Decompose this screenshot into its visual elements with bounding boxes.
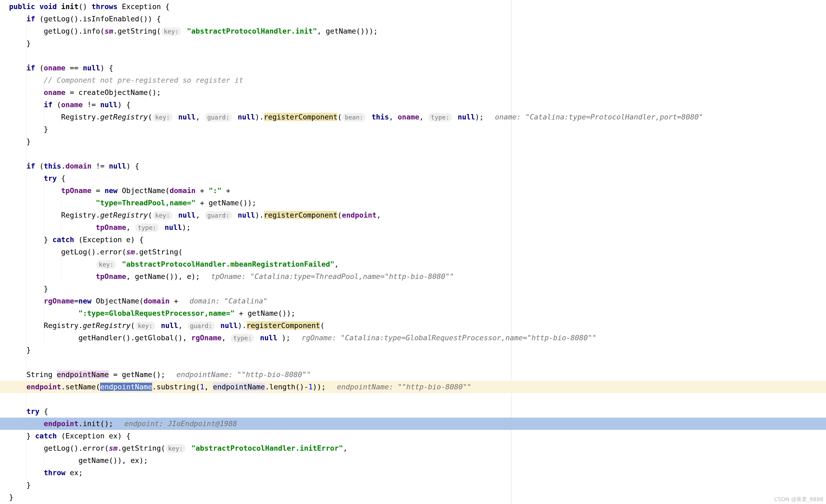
- code-token: }: [9, 285, 48, 293]
- code-token: (: [148, 211, 152, 219]
- code-token: (: [130, 321, 135, 330]
- code-line[interactable]: if (oname == null) {: [0, 62, 826, 74]
- code-token: ,: [334, 260, 339, 268]
- code-line[interactable]: public void init() throws Exception {: [0, 1, 826, 13]
- code-line[interactable]: tpOname, getName()), e);tpOname: "Catali…: [0, 270, 826, 283]
- code-line[interactable]: if (this.domain != null) {: [0, 160, 826, 172]
- caret-line[interactable]: endpoint.setName(endpointName.substring(…: [0, 381, 826, 393]
- keyword: null: [458, 113, 475, 121]
- field-token: endpoint: [26, 383, 61, 391]
- code-token: (getLog().isInfoEnabled()) {: [35, 15, 161, 23]
- keyword: null: [165, 223, 182, 232]
- code-line[interactable]: Registry.getRegistry(key: null, guard: n…: [0, 209, 826, 221]
- code-line[interactable]: rgOname=new ObjectName(domain +domain: "…: [0, 295, 826, 307]
- code-line[interactable]: }: [0, 283, 826, 295]
- code-line[interactable]: ":type=GlobalRequestProcessor,name=" + g…: [0, 307, 826, 319]
- param-hint: key:: [153, 211, 172, 220]
- code-line[interactable]: Registry.getRegistry(key: null, guard: n…: [0, 111, 826, 123]
- code-line[interactable]: getLog().error(sm.getString(: [0, 246, 826, 258]
- code-area[interactable]: public void init() throws Exception { if…: [0, 1, 826, 503]
- code-token: ,: [195, 113, 204, 121]
- code-line[interactable]: throw ex;: [0, 467, 826, 479]
- code-token: [367, 113, 371, 121]
- code-token: ,: [222, 334, 231, 342]
- static-method-token: getRegistry: [100, 113, 148, 121]
- code-token: =: [92, 186, 105, 195]
- code-token: + getName());: [195, 199, 256, 207]
- code-token: ));: [313, 383, 326, 391]
- code-line[interactable]: getName()), ex);: [0, 454, 826, 467]
- code-token: (: [320, 321, 324, 330]
- code-line[interactable]: key: "abstractProtocolHandler.mbeanRegis…: [0, 258, 826, 270]
- number-literal: 1: [308, 383, 313, 391]
- param-hint: key:: [161, 27, 181, 36]
- code-line[interactable]: [0, 50, 826, 62]
- code-line[interactable]: try {: [0, 405, 826, 418]
- code-line[interactable]: try {: [0, 172, 826, 185]
- code-token: getHandler().getGlobal(),: [9, 334, 191, 342]
- code-token: [453, 113, 458, 121]
- code-line[interactable]: getLog().error(sm.getString(key: "abstra…: [0, 442, 826, 454]
- code-token: );: [475, 113, 484, 121]
- code-token: [9, 88, 44, 97]
- code-token: ObjectName(: [92, 297, 143, 305]
- code-token: [9, 420, 44, 428]
- code-line[interactable]: }: [0, 344, 826, 356]
- code-line[interactable]: if (oname != null) {: [0, 99, 826, 111]
- static-field-token: sm: [126, 248, 135, 256]
- code-token: [9, 186, 61, 195]
- param-hint: key:: [135, 322, 155, 330]
- debugger-inline-value: endpointName: ""http-bio-8080"": [176, 370, 311, 379]
- code-line[interactable]: getHandler().getGlobal(), rgOname, type:…: [0, 332, 826, 344]
- static-method-token: getRegistry: [100, 211, 148, 219]
- keyword: new: [105, 186, 118, 195]
- code-line[interactable]: [0, 148, 826, 160]
- code-line[interactable]: }: [0, 135, 826, 148]
- keyword: null: [83, 64, 100, 72]
- code-line[interactable]: tpOname, type: null);: [0, 221, 826, 234]
- code-token: [233, 211, 238, 219]
- code-token: [9, 260, 96, 268]
- code-line[interactable]: "type=ThreadPool,name=" + getName());: [0, 197, 826, 209]
- code-token: (: [148, 113, 152, 121]
- code-token: .length()-: [265, 383, 308, 391]
- code-token: [174, 113, 178, 121]
- code-line[interactable]: if (getLog().isInfoEnabled()) {: [0, 13, 826, 25]
- param-hint: key:: [166, 444, 185, 453]
- code-token: Registry.: [9, 113, 100, 121]
- code-token: [182, 27, 187, 35]
- code-line[interactable]: }: [0, 123, 826, 135]
- keyword: try: [44, 174, 57, 182]
- code-line[interactable]: [0, 356, 826, 369]
- code-token: [57, 2, 61, 11]
- keyword: public: [9, 2, 35, 11]
- code-line[interactable]: }: [0, 491, 826, 503]
- code-editor[interactable]: public void init() throws Exception { if…: [0, 0, 826, 504]
- field-token: oname: [398, 113, 419, 121]
- code-line[interactable]: } catch (Exception e) {: [0, 234, 826, 246]
- code-token: Registry.: [9, 321, 83, 330]
- code-line[interactable]: // Component not pre-registered so regis…: [0, 74, 826, 86]
- comment: // Component not pre-registered so regis…: [44, 76, 243, 84]
- code-line[interactable]: [0, 393, 826, 405]
- code-line[interactable]: Registry.getRegistry(key: null, guard: n…: [0, 319, 826, 332]
- code-token: [9, 101, 44, 109]
- code-line[interactable]: tpOname = new ObjectName(domain + ":" +: [0, 185, 826, 197]
- keyword: if: [26, 15, 35, 23]
- code-token: (: [338, 113, 342, 121]
- code-token: }: [9, 39, 31, 48]
- execution-line[interactable]: endpoint.init();endpoint: JIoEndpoint@19…: [0, 418, 826, 430]
- code-token: .getString(: [117, 444, 165, 452]
- keyword: null: [161, 321, 178, 330]
- code-line[interactable]: oname = createObjectName();: [0, 86, 826, 99]
- code-token: [9, 223, 96, 232]
- debugger-inline-value: endpoint: JIoEndpoint@1988: [124, 420, 237, 428]
- code-token: Exception {: [117, 2, 169, 11]
- code-line[interactable]: }: [0, 479, 826, 491]
- code-line[interactable]: getLog().info(sm.getString(key: "abstrac…: [0, 25, 826, 37]
- code-token: [160, 223, 165, 232]
- code-line[interactable]: } catch (Exception ex) {: [0, 430, 826, 442]
- code-line[interactable]: String endpointName = getName();endpoint…: [0, 369, 826, 381]
- code-line[interactable]: }: [0, 37, 826, 50]
- code-token: ).: [255, 211, 264, 219]
